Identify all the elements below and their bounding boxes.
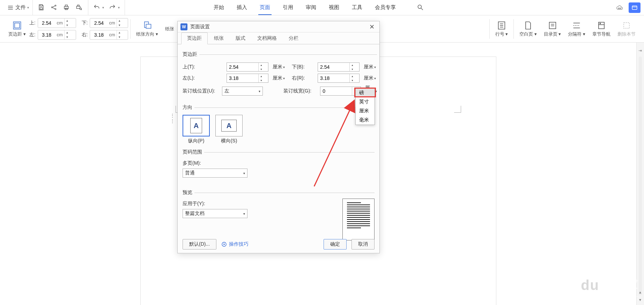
app-switch-button[interactable] [629, 2, 641, 13]
redo-icon[interactable] [109, 4, 117, 12]
word-app-icon: W [180, 23, 187, 30]
bottom-unit-dropdown[interactable]: 厘米 [364, 64, 376, 70]
svg-point-20 [618, 8, 619, 8]
dialog-title: 页面设置 [190, 24, 210, 30]
unit-option-cm[interactable]: 厘米 [356, 106, 375, 116]
right-margin-label: 右: [82, 32, 88, 38]
orientation-dropdown[interactable]: 纸张方向 ▾ [133, 15, 162, 42]
tab-page[interactable]: 页面 [258, 0, 272, 15]
tab-margins[interactable]: 页边距 [181, 32, 208, 44]
tab-review[interactable]: 审阅 [304, 0, 318, 15]
quick-access [33, 0, 88, 15]
undo-redo: ▾ ▾ [88, 0, 125, 15]
svg-line-16 [81, 9, 82, 10]
tab-paper[interactable]: 纸张 [208, 32, 229, 44]
blank-page-dropdown[interactable]: 空白页 ▾ [516, 15, 540, 42]
svg-rect-41 [624, 22, 629, 28]
right-margin-input[interactable]: cm ▲▼ [90, 30, 128, 40]
line-number-dropdown[interactable]: 行号 ▾ [492, 15, 512, 42]
svg-rect-13 [76, 6, 80, 8]
range-group-label: 页码范围 [183, 149, 204, 155]
top-menubar: 文件 ▾ ▾ ▾ 开始 插入 页面 引用 审阅 视图 工具 会员专享 [0, 0, 644, 15]
svg-rect-25 [15, 23, 20, 28]
page-setup-dialog: W 页面设置 ✕ 页边距 纸张 版式 文档网格 分栏 页边距 上(T): ▲▼ … [177, 21, 380, 253]
top-field[interactable]: ▲▼ [227, 62, 268, 72]
unit-option-inch[interactable]: 英寸 [356, 97, 375, 106]
pin-icon[interactable]: ⇥ [637, 47, 643, 54]
chapter-nav-button[interactable]: 章节导航 [589, 15, 614, 42]
tab-tools[interactable]: 工具 [350, 0, 364, 15]
dialog-tabs: 页边距 纸张 版式 文档网格 分栏 [178, 32, 379, 44]
left-margin-input[interactable]: cm ▲▼ [38, 30, 76, 40]
tab-start[interactable]: 开始 [212, 0, 225, 15]
tab-insert[interactable]: 插入 [235, 0, 249, 15]
search-icon[interactable] [417, 4, 424, 12]
vertical-scrollbar[interactable]: ⇥ ▴ ▾ [636, 43, 644, 305]
orientation-portrait[interactable]: A [183, 115, 210, 136]
left-unit-dropdown[interactable]: 厘米 [273, 75, 285, 81]
margins-dropdown[interactable]: 页边距 ▾ [5, 15, 29, 42]
right-field-label: 右(R): [292, 75, 311, 81]
svg-rect-11 [65, 5, 68, 6]
paper-dropdown[interactable]: 纸张 [162, 15, 178, 42]
left-field-label: 左(L): [183, 75, 202, 81]
tab-reference[interactable]: 引用 [281, 0, 295, 15]
scroll-down-icon[interactable]: ▾ [637, 297, 643, 303]
svg-line-18 [421, 8, 423, 10]
default-button[interactable]: 默认(D)... [183, 239, 216, 250]
right-field[interactable]: ▲▼ [318, 74, 360, 83]
print-preview-icon[interactable] [75, 4, 83, 12]
preview-thumbnail [342, 199, 375, 240]
gutter-pos-select[interactable]: 左 [222, 87, 263, 96]
svg-line-9 [53, 7, 55, 8]
file-menu[interactable]: 文件 ▾ [3, 0, 33, 15]
dialog-titlebar[interactable]: W 页面设置 ✕ [178, 21, 379, 32]
tab-grid[interactable]: 文档网格 [252, 32, 282, 44]
tab-view[interactable]: 视图 [327, 0, 341, 15]
cloud-icon[interactable] [614, 3, 625, 12]
tab-layout[interactable]: 版式 [230, 32, 251, 44]
delete-section-icon [622, 21, 631, 30]
left-field[interactable]: ▲▼ [227, 74, 268, 83]
gutter-width-field[interactable]: ▲▼ [320, 87, 361, 96]
tips-link[interactable]: 操作技巧 [221, 241, 249, 247]
separator-icon [572, 21, 582, 30]
tab-columns[interactable]: 分栏 [283, 32, 304, 44]
unit-option-point[interactable]: 磅 [356, 88, 375, 97]
margins-label: 页边距 [8, 31, 22, 37]
toc-icon [548, 21, 557, 30]
cancel-button[interactable]: 取消 [351, 239, 375, 250]
close-icon[interactable]: ✕ [367, 23, 377, 31]
separator-dropdown[interactable]: 分隔符 ▾ [564, 15, 589, 42]
svg-rect-38 [599, 22, 604, 29]
bottom-field[interactable]: ▲▼ [318, 62, 360, 72]
gutter-width-label: 装订线宽(G): [283, 88, 316, 94]
multipage-select[interactable]: 普通 [183, 169, 247, 178]
top-margin-input[interactable]: cm ▲▼ [38, 18, 76, 28]
margins-icon [12, 21, 22, 30]
svg-marker-43 [224, 243, 225, 245]
scroll-up-icon[interactable]: ▴ [637, 289, 643, 295]
svg-rect-27 [146, 24, 151, 28]
svg-rect-14 [77, 5, 79, 6]
save-icon[interactable] [38, 4, 45, 12]
unit-dropdown-popup: 磅 英寸 厘米 毫米 [355, 88, 375, 125]
tab-member[interactable]: 会员专享 [373, 0, 397, 15]
orientation-landscape[interactable]: A [215, 115, 243, 136]
hamburger-icon [7, 4, 14, 11]
toc-page-dropdown[interactable]: 目录页 ▾ [540, 15, 565, 42]
apply-to-select[interactable]: 整篇文档 [183, 209, 247, 218]
undo-icon[interactable] [93, 4, 101, 12]
unit-option-mm[interactable]: 毫米 [356, 116, 375, 125]
bottom-margin-input[interactable]: cm ▲▼ [90, 18, 128, 28]
top-unit-dropdown[interactable]: 厘米 [273, 64, 285, 70]
right-unit-dropdown[interactable]: 厘米 [364, 75, 376, 81]
svg-rect-3 [40, 5, 43, 6]
share-icon[interactable] [50, 4, 58, 12]
svg-line-8 [53, 6, 55, 7]
ok-button[interactable]: 确定 [324, 239, 347, 250]
left-margin-label: 左: [29, 32, 36, 38]
multipage-label: 多页(M): [183, 160, 206, 166]
print-icon[interactable] [63, 4, 71, 12]
preview-group-label: 预览 [183, 189, 194, 196]
